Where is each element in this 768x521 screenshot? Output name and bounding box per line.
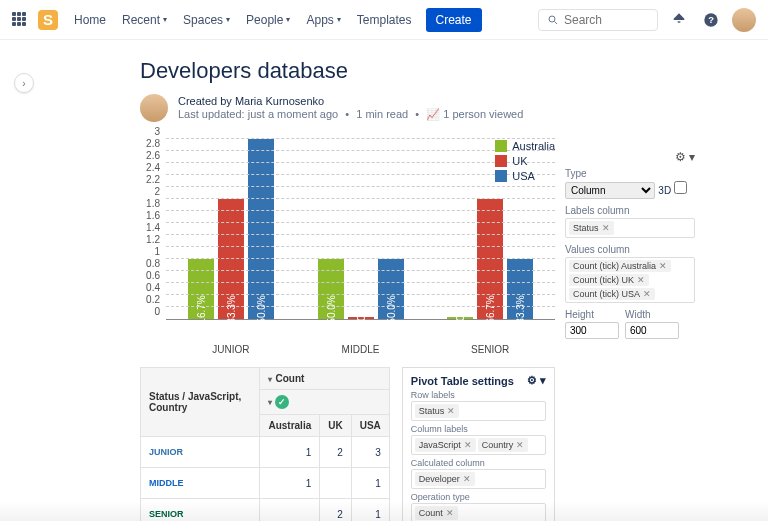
bar-junior-uk[interactable]: 33.3% (218, 199, 244, 319)
nav-home[interactable]: Home (68, 9, 112, 31)
create-button[interactable]: Create (426, 8, 482, 32)
table-row: MIDDLE11 (141, 468, 390, 499)
tag[interactable]: Status ✕ (569, 221, 614, 235)
chart-type-select[interactable]: Column (565, 182, 655, 199)
legend-item[interactable]: USA (495, 170, 555, 182)
remove-tag-icon[interactable]: ✕ (659, 261, 667, 271)
app-switcher-icon[interactable] (12, 12, 28, 28)
legend-label: UK (512, 155, 527, 167)
user-avatar[interactable] (732, 8, 756, 32)
remove-tag-icon[interactable]: ✕ (643, 289, 651, 299)
row-labels-well[interactable]: Status ✕ (411, 401, 546, 421)
height-input[interactable] (565, 322, 619, 339)
tag[interactable]: Count (tick) UK ✕ (569, 274, 649, 286)
read-time: 1 min read (356, 108, 408, 120)
x-label: JUNIOR (166, 340, 296, 355)
threeD-checkbox[interactable] (674, 181, 687, 194)
help-icon[interactable]: ? (700, 9, 722, 31)
svg-text:?: ? (708, 15, 714, 25)
app-logo[interactable]: S (38, 10, 58, 30)
legend-item[interactable]: Australia (495, 140, 555, 152)
analytics-icon: 📈 (426, 108, 440, 120)
bar-middle-uk[interactable]: 0.0% (348, 317, 374, 319)
legend-item[interactable]: UK (495, 155, 555, 167)
author-avatar[interactable] (140, 94, 168, 122)
remove-tag-icon[interactable]: ✕ (447, 406, 455, 416)
bar-label: 33.3% (225, 295, 236, 323)
tag[interactable]: Country ✕ (478, 438, 529, 452)
top-nav: S Home Recent▾ Spaces▾ People▾ Apps▾ Tem… (0, 0, 768, 40)
op-type-well[interactable]: Count ✕ (411, 503, 546, 521)
chart-legend: AustraliaUKUSA (495, 140, 555, 185)
calc-column-label: Calculated column (411, 458, 546, 468)
sidebar-collapse-button[interactable]: › (14, 73, 34, 93)
remove-tag-icon[interactable]: ✕ (637, 275, 645, 285)
chevron-down-icon: ▾ (226, 15, 230, 24)
chevron-down-icon[interactable]: ▾ (689, 150, 695, 164)
bar-junior-usa[interactable]: 50.0% (248, 139, 274, 319)
bar-middle-australia[interactable]: 50.0% (318, 259, 344, 319)
bar-junior-australia[interactable]: 16.7% (188, 259, 214, 319)
x-label: SENIOR (425, 340, 555, 355)
bar-senior-uk[interactable]: 66.7% (477, 199, 503, 319)
search-box[interactable] (538, 9, 658, 31)
calc-column-well[interactable]: Developer ✕ (411, 469, 546, 489)
page-content: Developers database Created by Maria Kur… (0, 40, 768, 521)
row-label: MIDDLE (141, 468, 260, 499)
tag[interactable]: Count ✕ (415, 506, 458, 520)
table-cell: 2 (320, 499, 351, 522)
remove-tag-icon[interactable]: ✕ (516, 440, 524, 450)
table-header-count[interactable]: ▾Count (260, 368, 389, 390)
labels-column-well[interactable]: Status ✕ (565, 218, 695, 238)
type-label: Type (565, 168, 695, 179)
table-header-tick[interactable]: ▾✓ (260, 390, 389, 415)
legend-swatch (495, 155, 507, 167)
pivot-settings-title: Pivot Table settings (411, 375, 514, 387)
nav-people[interactable]: People▾ (240, 9, 296, 31)
svg-line-1 (555, 21, 558, 24)
table-cell (260, 499, 320, 522)
remove-tag-icon[interactable]: ✕ (464, 440, 472, 450)
bar-senior-usa[interactable]: 33.3% (507, 259, 533, 319)
search-input[interactable] (564, 13, 644, 27)
legend-label: USA (512, 170, 535, 182)
table-cell: 3 (351, 437, 389, 468)
height-label: Height (565, 309, 619, 320)
gear-icon[interactable]: ⚙ (675, 150, 686, 164)
table-header-rows: Status / JavaScript, Country (141, 368, 260, 437)
nav-apps[interactable]: Apps▾ (300, 9, 346, 31)
pivot-table: Status / JavaScript, Country ▾Count ▾✓ A… (140, 367, 390, 521)
nav-spaces[interactable]: Spaces▾ (177, 9, 236, 31)
remove-tag-icon[interactable]: ✕ (602, 223, 610, 233)
table-col-header[interactable]: USA (351, 415, 389, 437)
threeD-label: 3D (658, 185, 671, 196)
nav-recent[interactable]: Recent▾ (116, 9, 173, 31)
legend-label: Australia (512, 140, 555, 152)
remove-tag-icon[interactable]: ✕ (463, 474, 471, 484)
table-col-header[interactable]: UK (320, 415, 351, 437)
bar-senior-australia[interactable]: 0.0% (447, 317, 473, 319)
chart-panel: 00.20.40.60.811.21.41.61.822.22.42.62.83… (140, 140, 555, 521)
bar-middle-usa[interactable]: 50.0% (378, 259, 404, 319)
author-name[interactable]: Maria Kurnosenko (235, 95, 324, 107)
op-type-label: Operation type (411, 492, 546, 502)
values-column-well[interactable]: Count (tick) Australia ✕Count (tick) UK … (565, 257, 695, 303)
table-col-header[interactable]: Australia (260, 415, 320, 437)
tag[interactable]: Status ✕ (415, 404, 460, 418)
width-input[interactable] (625, 322, 679, 339)
table-cell: 2 (320, 437, 351, 468)
updated-value: just a moment ago (248, 108, 339, 120)
notifications-icon[interactable] (668, 9, 690, 31)
row-labels-label: Row labels (411, 390, 546, 400)
bar-label: 66.7% (485, 295, 496, 323)
tag[interactable]: Developer ✕ (415, 472, 475, 486)
table-cell: 1 (260, 437, 320, 468)
column-labels-well[interactable]: JavaScript ✕Country ✕ (411, 435, 546, 455)
remove-tag-icon[interactable]: ✕ (446, 508, 454, 518)
tag[interactable]: Count (tick) Australia ✕ (569, 260, 671, 272)
gear-icon[interactable]: ⚙ ▾ (527, 374, 546, 387)
legend-swatch (495, 170, 507, 182)
tag[interactable]: Count (tick) USA ✕ (569, 288, 655, 300)
tag[interactable]: JavaScript ✕ (415, 438, 476, 452)
nav-templates[interactable]: Templates (351, 9, 418, 31)
